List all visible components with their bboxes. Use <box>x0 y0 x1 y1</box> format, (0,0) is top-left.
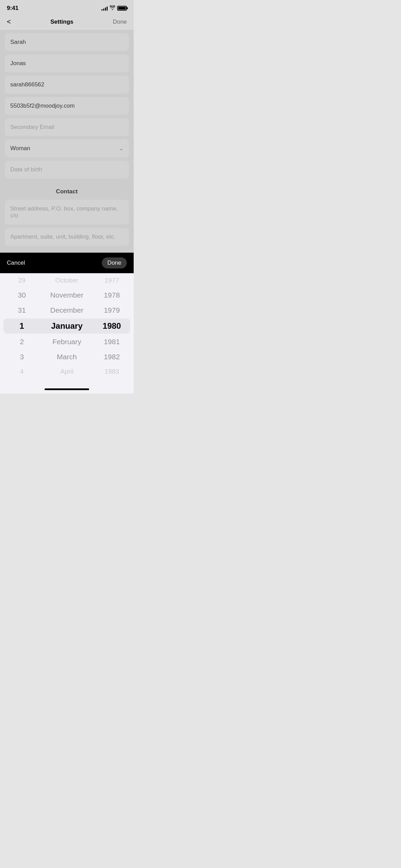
status-icons <box>101 5 127 11</box>
address-field[interactable]: Street address, P.O. box, company name, … <box>5 200 129 225</box>
picker-day-item[interactable]: 3 <box>7 349 37 364</box>
picker-month-item[interactable]: November <box>37 288 97 303</box>
wifi-icon <box>110 5 115 11</box>
date-picker[interactable]: 29 30 31 1 2 3 4 October November Decemb… <box>0 273 134 386</box>
picker-columns: 29 30 31 1 2 3 4 October November Decemb… <box>0 273 134 379</box>
picker-year-item[interactable]: 1979 <box>97 303 127 318</box>
email-field[interactable]: 5503b5f2@moodjoy.com <box>5 97 129 115</box>
picker-year-item[interactable]: 1981 <box>97 334 127 349</box>
picker-done-button[interactable]: Done <box>102 257 127 268</box>
nav-done-button[interactable]: Done <box>113 19 127 25</box>
page-title: Settings <box>50 19 73 25</box>
home-indicator-bar <box>45 388 89 390</box>
picker-month-item[interactable]: February <box>37 334 97 349</box>
battery-icon <box>117 6 127 11</box>
picker-day-selected[interactable]: 1 <box>7 318 37 334</box>
picker-day-item[interactable]: 2 <box>7 334 37 349</box>
picker-month-item[interactable]: March <box>37 349 97 364</box>
back-button[interactable]: < <box>7 18 11 26</box>
picker-year-item[interactable]: 1983 <box>97 364 127 379</box>
cancel-button[interactable]: Cancel <box>7 260 25 266</box>
form-area: Sarah Jonas sarah866562 5503b5f2@moodjoy… <box>0 30 134 253</box>
first-name-field[interactable]: Sarah <box>5 33 129 51</box>
bottom-toolbar: Cancel Done <box>0 253 134 273</box>
picker-day-item[interactable]: 29 <box>7 273 37 288</box>
nav-bar: < Settings Done <box>0 14 134 30</box>
picker-year-item[interactable]: 1978 <box>97 288 127 303</box>
day-column[interactable]: 29 30 31 1 2 3 4 <box>7 273 37 379</box>
username-field[interactable]: sarah866562 <box>5 76 129 94</box>
home-indicator-area <box>0 386 134 394</box>
year-column[interactable]: 1977 1978 1979 1980 1981 1982 1983 <box>97 273 127 379</box>
last-name-field[interactable]: Jonas <box>5 55 129 72</box>
picker-month-selected[interactable]: January <box>37 318 97 334</box>
picker-day-item[interactable]: 31 <box>7 303 37 318</box>
picker-day-item[interactable]: 4 <box>7 364 37 379</box>
picker-month-item[interactable]: April <box>37 364 97 379</box>
picker-year-item[interactable]: 1977 <box>97 273 127 288</box>
secondary-email-field[interactable]: Secondary Email <box>5 118 129 136</box>
address2-field[interactable]: Apartment, suite, unit, building, floor,… <box>5 228 129 246</box>
gender-field[interactable]: Woman ⌄ <box>5 140 129 157</box>
picker-year-item[interactable]: 1982 <box>97 349 127 364</box>
month-column[interactable]: October November December January Februa… <box>37 273 97 379</box>
picker-month-item[interactable]: October <box>37 273 97 288</box>
dob-field[interactable]: Date of birth <box>5 161 129 179</box>
signal-icon <box>101 6 108 11</box>
picker-month-item[interactable]: December <box>37 303 97 318</box>
status-time: 9:41 <box>7 5 19 12</box>
status-bar: 9:41 <box>0 0 134 14</box>
picker-year-selected[interactable]: 1980 <box>97 318 127 334</box>
contact-section-header: Contact <box>0 182 134 200</box>
chevron-down-icon: ⌄ <box>119 146 123 151</box>
picker-day-item[interactable]: 30 <box>7 288 37 303</box>
